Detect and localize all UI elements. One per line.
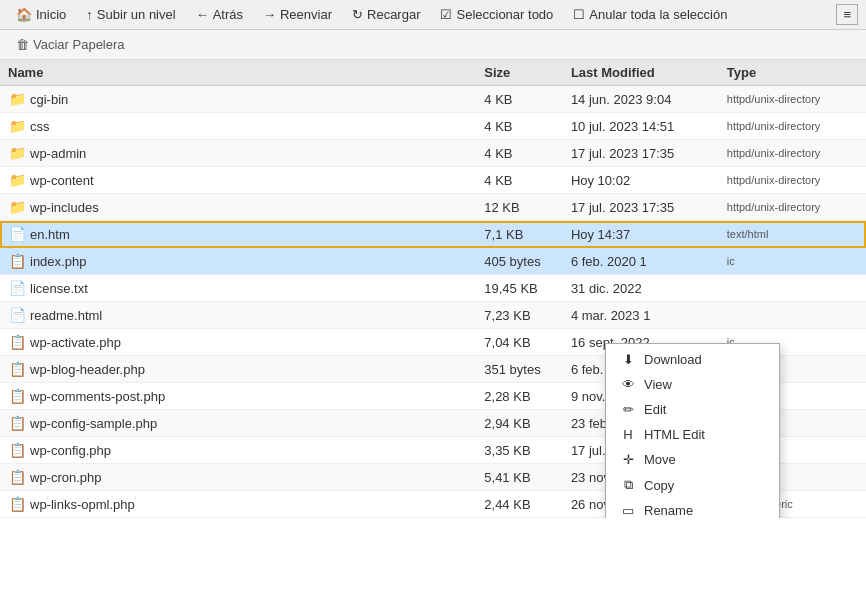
file-name: css: [30, 119, 50, 134]
recargar-label: Recargar: [367, 7, 420, 22]
table-row[interactable]: 📄 readme.html 7,23 KB 4 mar. 2023 1: [0, 302, 866, 329]
file-modified: Hoy 14:37: [563, 221, 719, 248]
file-name-cell: 📋 wp-activate.php: [0, 329, 476, 356]
file-name-cell: 📄 readme.html: [0, 302, 476, 329]
ctx-copy-icon: ⧉: [620, 477, 636, 493]
php-file-icon: 📋: [8, 252, 26, 270]
ctx-download[interactable]: ⬇ Download: [606, 347, 779, 372]
file-type: httpd/unix-directory: [719, 167, 866, 194]
table-row[interactable]: 📁 cgi-bin 4 KB 14 jun. 2023 9:04 httpd/u…: [0, 86, 866, 113]
col-type[interactable]: Type: [719, 60, 866, 86]
col-name[interactable]: Name: [0, 60, 476, 86]
php-file-icon: 📋: [8, 333, 26, 351]
file-name: wp-config-sample.php: [30, 416, 157, 431]
home-icon: 🏠: [16, 7, 32, 22]
table-row[interactable]: 📄 license.txt 19,45 KB 31 dic. 2022: [0, 275, 866, 302]
ctx-copy-label: Copy: [644, 478, 674, 493]
file-type: httpd/unix-directory: [719, 86, 866, 113]
table-row[interactable]: 📁 wp-admin 4 KB 17 jul. 2023 17:35 httpd…: [0, 140, 866, 167]
table-row[interactable]: 📄 en.htm 7,1 KB Hoy 14:37 text/html: [0, 221, 866, 248]
ctx-copy[interactable]: ⧉ Copy: [606, 472, 779, 498]
ctx-download-label: Download: [644, 352, 702, 367]
table-row[interactable]: 📁 wp-content 4 KB Hoy 10:02 httpd/unix-d…: [0, 167, 866, 194]
html-file-icon: 📄: [8, 225, 26, 243]
file-name-cell: 📁 wp-content: [0, 167, 476, 194]
hamburger-icon: ≡: [843, 7, 851, 22]
anular-seleccion-btn[interactable]: ☐ Anular toda la selección: [565, 4, 735, 25]
html-file-icon: 📄: [8, 306, 26, 324]
ctx-view-icon: 👁: [620, 377, 636, 392]
col-modified[interactable]: Last Modified: [563, 60, 719, 86]
trash-icon: 🗑: [16, 37, 29, 52]
check-all-icon: ☑: [440, 7, 452, 22]
ctx-move[interactable]: ✛ Move: [606, 447, 779, 472]
file-name-cell: 📋 wp-blog-header.php: [0, 356, 476, 383]
extra-menu-btn[interactable]: ≡: [836, 4, 858, 25]
vaciar-papelera-btn[interactable]: 🗑 Vaciar Papelera: [8, 34, 133, 55]
file-name: index.php: [30, 254, 86, 269]
col-size[interactable]: Size: [476, 60, 563, 86]
reload-icon: ↻: [352, 7, 363, 22]
ctx-view[interactable]: 👁 View: [606, 372, 779, 397]
file-size: 4 KB: [476, 113, 563, 140]
file-type: [719, 302, 866, 329]
file-name: wp-config.php: [30, 443, 111, 458]
vaciar-papelera-label: Vaciar Papelera: [33, 37, 125, 52]
folder-icon: 📁: [8, 171, 26, 189]
anular-seleccion-label: Anular toda la selección: [589, 7, 727, 22]
folder-icon: 📁: [8, 90, 26, 108]
file-name: en.htm: [30, 227, 70, 242]
ctx-edit[interactable]: ✏ Edit: [606, 397, 779, 422]
php-file-icon: 📋: [8, 414, 26, 432]
file-modified: 14 jun. 2023 9:04: [563, 86, 719, 113]
file-size: 405 bytes: [476, 248, 563, 275]
folder-icon: 📁: [8, 198, 26, 216]
file-name-cell: 📋 wp-comments-post.php: [0, 383, 476, 410]
ctx-html-edit[interactable]: H HTML Edit: [606, 422, 779, 447]
atras-label: Atrás: [213, 7, 243, 22]
ctx-rename[interactable]: ▭ Rename: [606, 498, 779, 518]
subir-label: Subir un nivel: [97, 7, 176, 22]
inicio-btn[interactable]: 🏠 Inicio: [8, 4, 74, 25]
file-size: 3,35 KB: [476, 437, 563, 464]
ctx-rename-label: Rename: [644, 503, 693, 518]
file-modified: 4 mar. 2023 1: [563, 302, 719, 329]
file-type: httpd/unix-directory: [719, 194, 866, 221]
file-type: text/html: [719, 221, 866, 248]
file-modified: 6 feb. 2020 1: [563, 248, 719, 275]
file-type: ic: [719, 248, 866, 275]
file-name: license.txt: [30, 281, 88, 296]
ctx-move-icon: ✛: [620, 452, 636, 467]
file-size: 19,45 KB: [476, 275, 563, 302]
atras-btn[interactable]: ← Atrás: [188, 4, 251, 25]
file-name: wp-comments-post.php: [30, 389, 165, 404]
table-row[interactable]: 📁 css 4 KB 10 jul. 2023 14:51 httpd/unix…: [0, 113, 866, 140]
file-size: 7,1 KB: [476, 221, 563, 248]
file-size: 4 KB: [476, 86, 563, 113]
file-name: wp-blog-header.php: [30, 362, 145, 377]
file-size: 4 KB: [476, 167, 563, 194]
subir-btn[interactable]: ↑ Subir un nivel: [78, 4, 183, 25]
table-header-row: Name Size Last Modified Type: [0, 60, 866, 86]
recargar-btn[interactable]: ↻ Recargar: [344, 4, 428, 25]
file-type: httpd/unix-directory: [719, 140, 866, 167]
file-type: [719, 275, 866, 302]
file-name-cell: 📄 license.txt: [0, 275, 476, 302]
file-modified: Hoy 10:02: [563, 167, 719, 194]
ctx-download-icon: ⬇: [620, 352, 636, 367]
table-row[interactable]: 📋 index.php 405 bytes 6 feb. 2020 1 ic: [0, 248, 866, 275]
file-size: 7,23 KB: [476, 302, 563, 329]
seleccionar-todo-btn[interactable]: ☑ Seleccionar todo: [432, 4, 561, 25]
file-name: wp-includes: [30, 200, 99, 215]
forward-icon: →: [263, 7, 276, 22]
file-name-cell: 📁 wp-admin: [0, 140, 476, 167]
file-modified: 10 jul. 2023 14:51: [563, 113, 719, 140]
ctx-html-edit-icon: H: [620, 427, 636, 442]
txt-file-icon: 📄: [8, 279, 26, 297]
table-row[interactable]: 📁 wp-includes 12 KB 17 jul. 2023 17:35 h…: [0, 194, 866, 221]
reenviar-btn[interactable]: → Reenviar: [255, 4, 340, 25]
secondary-toolbar: 🗑 Vaciar Papelera: [0, 30, 866, 60]
file-name: wp-admin: [30, 146, 86, 161]
file-name-cell: 📄 en.htm: [0, 221, 476, 248]
ctx-rename-icon: ▭: [620, 503, 636, 518]
